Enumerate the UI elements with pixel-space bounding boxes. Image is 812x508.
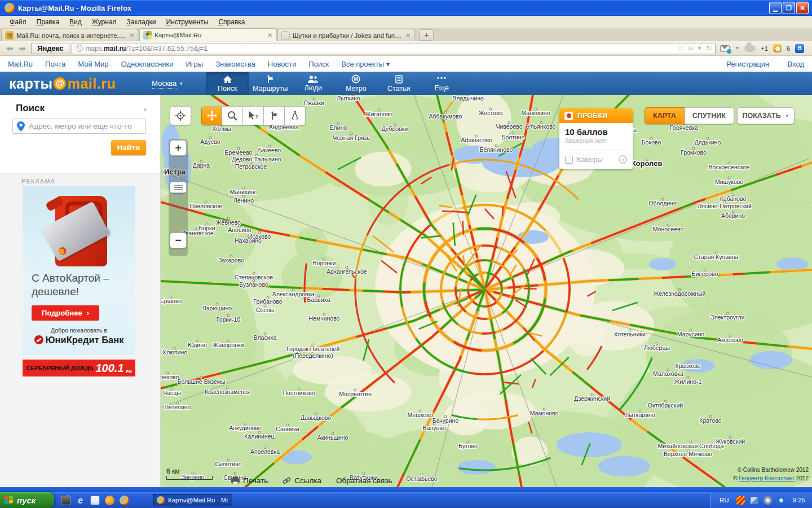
explorer-quicklaunch-icon[interactable] [90,496,100,505]
maps-nav-doc[interactable]: Статьи [377,72,420,95]
map-type-button[interactable]: КАРТА [645,107,685,124]
new-tab-button[interactable]: + [419,29,434,41]
antivirus-tray-icon[interactable] [736,496,745,505]
place-label: Электроугли [710,314,744,321]
flag-tool-button[interactable] [264,106,285,125]
maps-nav-metro[interactable]: MМетро [334,72,377,95]
mailru-nav-7[interactable]: Новости [268,60,296,68]
browser-tab-1[interactable]: @Mail.Ru: почта, поиск в интернете, но..… [1,29,138,41]
traffic-panel-header[interactable]: ПРОБКИ [559,108,633,123]
maps-nav-home[interactable]: Поиск [206,72,249,95]
maps-logo[interactable]: карты@mail.ru [0,72,125,95]
back-button[interactable]: ⬅ [3,43,16,54]
cameras-checkbox[interactable] [565,156,573,164]
place-label: Исаково [248,233,271,240]
tab-close-icon[interactable]: ✕ [268,32,272,38]
feedback-link[interactable]: Обратная связь [336,476,392,485]
magnifier-tool-button[interactable] [222,106,243,125]
measure-tool-button[interactable] [285,106,306,125]
volume-tray-icon[interactable] [764,496,772,505]
maps-nav-flag[interactable]: Маршруты [249,72,292,95]
menu-вид[interactable]: Вид [64,16,87,28]
place-label: Михайловская Слобода [658,443,724,449]
all-projects-link[interactable]: Все проекты ▾ [341,60,390,68]
remote-tray-icon[interactable] [777,496,785,505]
browser-tab-3[interactable]: Шутки и прибаутки / Jokes and fun - C...… [277,29,414,41]
maps-nav-people[interactable]: Люди [292,72,334,95]
menu-файл[interactable]: Файл [5,16,32,28]
menu-инструменты[interactable]: Инструменты [161,16,214,28]
browser-tab-2[interactable]: Карты@Mail.Ru✕ [139,28,276,41]
place-label: Марусино [677,331,704,338]
maps-nav-more[interactable]: Еще [420,72,463,95]
url-bar[interactable]: maps.mail.ru/?z=10&ll=37.62,55.75&j=1 ☆ … [72,43,716,54]
menu-закладки[interactable]: Закладки [122,16,161,28]
mailru-nav-1[interactable]: Mail.Ru [8,60,33,68]
search-input[interactable]: Адрес, метро или еще что-то [12,119,146,134]
collapse-panel-icon[interactable]: ▲ [143,106,148,112]
map-image[interactable]: ЛыткиноВладычиноРжавкиЖигаловоАббакумово… [161,95,812,487]
close-button[interactable]: ✕ [796,2,809,14]
login-link[interactable]: Вход [788,60,804,68]
firefox-quicklaunch-icon[interactable] [120,496,129,505]
player-quicklaunch-icon[interactable] [105,496,114,505]
place-label: Чиверево [496,123,522,130]
city-selector[interactable]: Москва▼ [152,72,183,95]
share-link[interactable]: Ссылка [283,476,321,485]
dropdown-caret-icon[interactable]: ▼ [698,46,702,51]
registration-link[interactable]: Регистрация [726,60,769,68]
doc-icon [395,75,403,84]
geocenter-link[interactable]: Геоцентр-Консалтинг [739,475,795,481]
start-button[interactable]: пуск [0,492,54,508]
minimize-button[interactable]: ▁ [769,2,782,14]
media-quicklaunch-icon[interactable] [61,496,70,505]
mailru-nav-2[interactable]: Почта [45,60,65,68]
language-indicator[interactable]: RU [720,497,731,503]
show-layers-button[interactable]: ПОКАЗАТЬ▼ [737,107,795,124]
mailru-nav-4[interactable]: Одноклассники [121,60,174,68]
zoom-out-button[interactable]: − [170,233,187,248]
mailru-nav-8[interactable]: Поиск [308,60,329,68]
place-label: Аносино [228,226,251,233]
place-label: Мамоново [530,410,559,417]
tab-close-icon[interactable]: ✕ [130,32,134,38]
mailru-nav-5[interactable]: Игры [186,60,203,68]
yandex-search-button[interactable]: Яндекс [31,43,69,54]
satellite-type-button[interactable]: СПУТНИК [685,107,734,124]
url-text[interactable]: maps.mail.ru/?z=10&ll=37.62,55.75&j=1 [85,45,675,52]
place-label: Ульянково [527,123,556,130]
zoom-slider[interactable] [170,182,187,193]
map-canvas[interactable]: ЛыткиноВладычиноРжавкиЖигаловоАббакумово… [161,95,812,487]
taskbar-window-button[interactable]: Карты@Mail.Ru - Mo... [153,494,232,506]
mail-extension-icon[interactable] [720,45,730,52]
ad-banner[interactable]: С АвтоКартой –дешевле! Подробнее› Добро … [23,186,135,355]
find-button[interactable]: Найти [111,140,146,155]
mail-extension-caret[interactable]: ▼ [735,46,739,51]
zoom-in-button[interactable]: + [170,140,187,156]
print-link[interactable]: Печать [231,476,268,485]
ie-quicklaunch-icon[interactable]: e [76,496,85,505]
bookmark-star-icon[interactable]: ☆ [678,44,685,52]
weather-extension-icon[interactable] [744,45,756,52]
place-label: Барвиха [307,296,330,303]
pan-tool-button[interactable] [201,106,222,125]
info-cursor-tool-button[interactable]: ? [243,106,264,125]
readability-icon[interactable]: ∞ [688,44,693,52]
mailru-nav-3[interactable]: Мой Мир [78,60,108,68]
network-tray-icon[interactable] [750,496,758,505]
geolocate-button[interactable] [170,106,191,125]
ad-details-button[interactable]: Подробнее› [32,305,99,321]
clock-extension-icon[interactable] [773,44,782,52]
tab-close-icon[interactable]: ✕ [406,32,411,38]
browser-extension-icon[interactable]: B [795,44,804,53]
menu-справка[interactable]: Справка [213,16,250,28]
place-label: Городок Писателей [286,345,339,352]
place-label: Брехово [161,374,179,380]
menu-правка[interactable]: Правка [32,16,65,28]
reload-icon[interactable]: ↻ [706,44,712,52]
restore-button[interactable]: ❐ [783,2,795,14]
radio-ad-banner[interactable]: СЕРЕБРЯНЫЙ ДОЖДЬ 100.1 FM [23,360,135,376]
mailru-nav-6[interactable]: Знакомства [215,60,255,68]
menu-журнал[interactable]: Журнал [87,16,122,28]
forward-button[interactable]: ➡ [16,43,29,54]
